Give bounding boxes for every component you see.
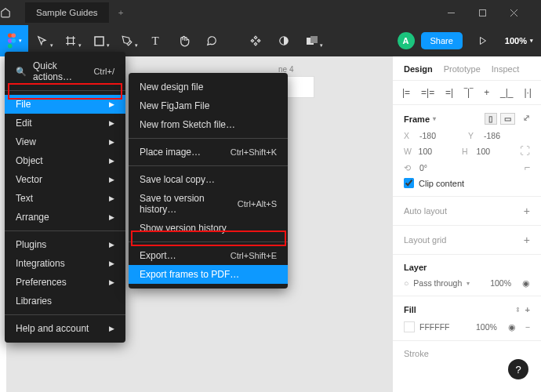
- avatar[interactable]: A: [398, 32, 415, 49]
- fill-swatch[interactable]: [404, 321, 415, 332]
- align-left-icon[interactable]: |=: [402, 87, 410, 98]
- w-field[interactable]: 100: [419, 147, 456, 156]
- home-icon[interactable]: [0, 7, 25, 18]
- place-image-item[interactable]: Place image…Ctrl+Shift+K: [129, 143, 288, 162]
- mask-icon[interactable]: [270, 25, 298, 56]
- stroke-section-title[interactable]: Stroke: [404, 349, 429, 358]
- align-hcenter-icon[interactable]: =|=: [421, 87, 434, 98]
- link-dims-icon[interactable]: ⛶: [520, 145, 530, 157]
- blend-mode[interactable]: Pass through: [413, 278, 462, 288]
- edit-menu-item[interactable]: Edit▶: [5, 114, 125, 132]
- view-menu-item[interactable]: View▶: [5, 132, 125, 151]
- minimize-button[interactable]: [447, 9, 478, 17]
- text-tool[interactable]: T: [141, 25, 169, 56]
- new-figjam-file-item[interactable]: New FigJam File: [129, 96, 288, 115]
- tab-title: Sample Guides: [36, 8, 98, 17]
- share-button[interactable]: Share: [421, 32, 463, 49]
- fill-styles-icon[interactable]: ⦂: [517, 304, 519, 315]
- fill-section-title: Fill: [404, 305, 416, 314]
- save-version-history-item[interactable]: Save to version history…Ctrl+Alt+S: [129, 189, 288, 219]
- components-icon[interactable]: [241, 25, 270, 56]
- new-from-sketch-item[interactable]: New from Sketch file…: [129, 115, 288, 134]
- align-vcenter-icon[interactable]: +: [484, 87, 489, 98]
- svg-rect-13: [95, 37, 103, 45]
- svg-point-8: [8, 44, 13, 49]
- rotate-icon: ⟲: [404, 163, 413, 172]
- document-tab[interactable]: Sample Guides: [25, 2, 109, 23]
- svg-point-5: [11, 34, 16, 38]
- fill-opacity[interactable]: 100%: [476, 322, 497, 332]
- main-menu: 🔍 Quick actions… Ctrl+/ File▶ Edit▶ View…: [5, 52, 125, 343]
- file-menu-item[interactable]: File▶: [5, 95, 125, 114]
- help-menu-item[interactable]: Help and account▶: [5, 319, 125, 338]
- remove-fill-icon[interactable]: −: [525, 322, 530, 332]
- frame-section-title[interactable]: Frame: [404, 114, 430, 124]
- svg-point-7: [11, 38, 16, 43]
- tab-design[interactable]: Design: [404, 64, 433, 74]
- fill-hex[interactable]: FFFFFF: [419, 322, 449, 332]
- add-auto-layout-button[interactable]: +: [524, 205, 530, 217]
- tab-inspect[interactable]: Inspect: [492, 64, 519, 74]
- preferences-menu-item[interactable]: Preferences▶: [5, 273, 125, 292]
- auto-layout-title[interactable]: Auto layout: [404, 206, 447, 216]
- h-field[interactable]: 100: [477, 147, 514, 156]
- align-bottom-icon[interactable]: _|_: [500, 87, 513, 98]
- clip-content-label: Clip content: [419, 179, 464, 188]
- landscape-chip[interactable]: ▭: [500, 113, 515, 125]
- plugins-menu-item[interactable]: Plugins▶: [5, 235, 125, 254]
- new-tab-button[interactable]: +: [109, 8, 133, 17]
- comment-tool[interactable]: [198, 25, 226, 56]
- portrait-chip[interactable]: ▯: [485, 113, 497, 125]
- new-design-file-item[interactable]: New design file: [129, 78, 288, 96]
- present-button[interactable]: [469, 25, 497, 56]
- x-field[interactable]: -180: [419, 131, 462, 140]
- export-frames-pdf-item[interactable]: Export frames to PDF…: [129, 265, 288, 284]
- svg-rect-1: [480, 9, 486, 16]
- arrange-menu-item[interactable]: Arrange▶: [5, 208, 125, 227]
- align-top-icon[interactable]: ‾|‾: [464, 87, 473, 98]
- integrations-menu-item[interactable]: Integrations▶: [5, 254, 125, 273]
- chevron-down-icon[interactable]: ▾: [433, 115, 436, 122]
- eye-icon[interactable]: ◉: [508, 322, 516, 332]
- align-right-icon[interactable]: =|: [445, 87, 453, 98]
- close-button[interactable]: [510, 9, 541, 17]
- export-item[interactable]: Export…Ctrl+Shift+E: [129, 246, 288, 265]
- object-menu-item[interactable]: Object▶: [5, 151, 125, 170]
- file-submenu: New design file New FigJam File New from…: [129, 73, 288, 289]
- search-icon: 🔍: [16, 67, 27, 77]
- boolean-icon[interactable]: ▾: [298, 25, 326, 56]
- quick-actions-item[interactable]: 🔍 Quick actions… Ctrl+/: [5, 56, 125, 86]
- show-version-history-item[interactable]: Show version history: [129, 219, 288, 238]
- rotation-field[interactable]: 0°: [419, 163, 462, 172]
- add-fill-button[interactable]: +: [525, 305, 530, 314]
- layer-section-title: Layer: [404, 263, 427, 272]
- libraries-menu-item[interactable]: Libraries: [5, 292, 125, 310]
- zoom-control[interactable]: 100%▾: [497, 36, 541, 45]
- svg-rect-16: [310, 36, 318, 43]
- design-panel: Design Prototype Inspect |= =|= =| ‾|‾ +…: [392, 56, 541, 392]
- layer-opacity[interactable]: 100%: [490, 278, 511, 288]
- text-menu-item[interactable]: Text▶: [5, 189, 125, 208]
- blend-mode-icon[interactable]: ○: [404, 278, 408, 288]
- tab-prototype[interactable]: Prototype: [444, 64, 481, 74]
- hand-tool[interactable]: [169, 25, 198, 56]
- add-layout-grid-button[interactable]: +: [524, 234, 530, 246]
- y-field[interactable]: -186: [484, 131, 526, 140]
- save-local-copy-item[interactable]: Save local copy…: [129, 170, 288, 189]
- help-button[interactable]: ?: [508, 359, 528, 379]
- eye-icon[interactable]: ◉: [522, 278, 530, 288]
- layout-grid-title[interactable]: Layout grid: [404, 235, 446, 245]
- svg-marker-17: [480, 38, 485, 45]
- corner-radius-icon[interactable]: ⌐: [524, 162, 530, 173]
- distribute-icon[interactable]: |·|: [524, 87, 532, 98]
- resize-fit-icon[interactable]: ⤢: [523, 113, 530, 125]
- vector-menu-item[interactable]: Vector▶: [5, 170, 125, 189]
- clip-content-checkbox[interactable]: [404, 178, 414, 188]
- maximize-button[interactable]: [478, 9, 510, 17]
